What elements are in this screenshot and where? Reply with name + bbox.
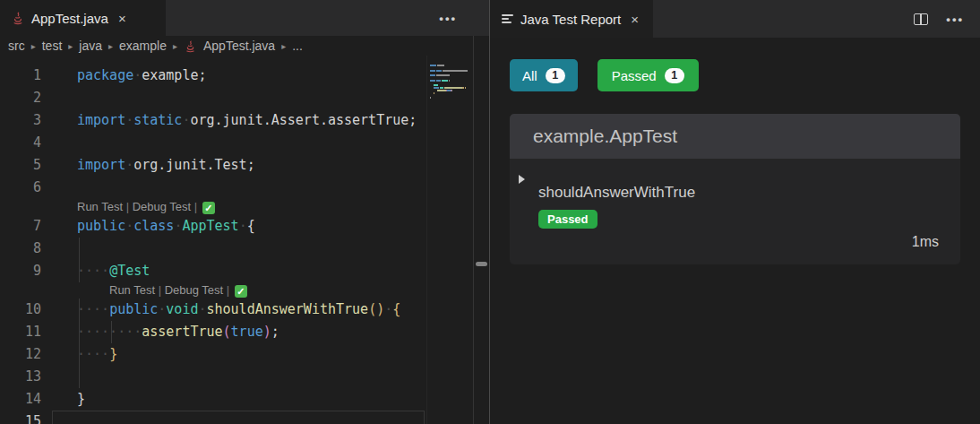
code-line[interactable]: 15 bbox=[0, 411, 426, 424]
editor-scrollbar[interactable] bbox=[473, 36, 489, 424]
codelens-separator: | bbox=[155, 283, 165, 297]
code-editor[interactable]: 1package·example;23import·static·org.jun… bbox=[0, 56, 426, 424]
tab-close-icon[interactable]: × bbox=[118, 12, 126, 25]
breadcrumb-test[interactable]: test bbox=[42, 39, 63, 53]
chevron-right-icon: ▸ bbox=[68, 41, 73, 51]
suite-name: example.AppTest bbox=[533, 125, 677, 147]
java-file-icon bbox=[184, 40, 197, 54]
panel-tab-bar: Java Test Report × ••• bbox=[490, 0, 980, 38]
current-line-highlight bbox=[52, 411, 425, 424]
java-test-report-panel: Java Test Report × ••• All 1 Passed 1 bbox=[489, 0, 980, 424]
expand-triangle-icon[interactable] bbox=[519, 175, 525, 184]
test-case-name: shouldAnswerWithTrue bbox=[538, 184, 960, 202]
codelens-separator: | bbox=[191, 200, 201, 213]
line-number: 9 bbox=[0, 260, 41, 282]
tab-close-icon[interactable]: × bbox=[631, 13, 639, 26]
code-line[interactable]: 13 bbox=[0, 366, 426, 388]
test-passed-check-icon[interactable]: ✓ bbox=[235, 285, 247, 298]
line-number: 13 bbox=[0, 366, 41, 388]
codelens-separator: | bbox=[123, 200, 133, 213]
test-report-body: All 1 Passed 1 example.AppTest shouldAns… bbox=[490, 38, 980, 424]
split-editor-icon[interactable] bbox=[914, 13, 928, 25]
java-file-icon bbox=[11, 12, 25, 26]
report-list-icon bbox=[502, 14, 514, 23]
line-number: 6 bbox=[0, 177, 41, 199]
editor-group: AppTest.java × ••• src ▸ test ▸ java ▸ e… bbox=[0, 0, 489, 424]
code-line[interactable]: 14} bbox=[0, 388, 426, 411]
test-passed-check-icon[interactable]: ✓ bbox=[202, 202, 215, 214]
line-number: 14 bbox=[0, 388, 41, 411]
minimap[interactable] bbox=[426, 56, 473, 424]
passed-count-badge: 1 bbox=[665, 68, 684, 83]
breadcrumb-src[interactable]: src bbox=[8, 39, 25, 53]
chevron-right-icon: ▸ bbox=[173, 41, 177, 51]
code-line[interactable]: 9····@Test bbox=[0, 260, 426, 282]
line-number: 3 bbox=[0, 109, 41, 132]
indent-guide bbox=[79, 343, 80, 366]
run-test-link[interactable]: Run Test bbox=[109, 283, 155, 297]
filter-passed-button[interactable]: Passed 1 bbox=[597, 59, 699, 91]
chevron-right-icon: ▸ bbox=[31, 41, 36, 51]
filter-passed-label: Passed bbox=[612, 68, 657, 83]
chevron-right-icon: ▸ bbox=[108, 41, 113, 51]
tab-java-test-report[interactable]: Java Test Report × bbox=[490, 0, 653, 38]
indent-guide bbox=[79, 299, 80, 321]
code-line[interactable]: 7public·class·AppTest·{ bbox=[0, 215, 426, 238]
code-line[interactable]: 8 bbox=[0, 238, 426, 260]
code-line[interactable]: 6 bbox=[0, 177, 426, 199]
more-actions-icon[interactable]: ••• bbox=[946, 13, 964, 26]
indent-guide bbox=[79, 238, 80, 260]
code-line[interactable]: 12····} bbox=[0, 343, 426, 366]
more-actions-icon[interactable]: ••• bbox=[439, 12, 457, 25]
line-number: 15 bbox=[0, 411, 41, 424]
breadcrumb-collapsed[interactable]: ... bbox=[292, 39, 303, 53]
debug-test-link[interactable]: Debug Test bbox=[165, 283, 224, 297]
filter-all-label: All bbox=[522, 68, 537, 83]
filter-all-button[interactable]: All 1 bbox=[510, 59, 578, 91]
line-number: 12 bbox=[0, 343, 41, 366]
code-line[interactable]: 10····public·void·shouldAnswerWithTrue()… bbox=[0, 299, 426, 321]
run-test-link[interactable]: Run Test bbox=[77, 200, 123, 213]
all-count-badge: 1 bbox=[546, 68, 565, 83]
chevron-right-icon: ▸ bbox=[281, 41, 286, 51]
code-line[interactable]: 11········assertTrue(true); bbox=[0, 321, 426, 343]
sash-drag-handle[interactable] bbox=[476, 262, 487, 266]
indent-guide bbox=[79, 321, 80, 343]
editor-tab-bar: AppTest.java × ••• bbox=[0, 0, 489, 36]
tab-title: AppTest.java bbox=[31, 11, 108, 26]
suite-header: example.AppTest bbox=[510, 114, 960, 159]
status-badge: Passed bbox=[538, 210, 597, 229]
code-line[interactable]: 3import·static·org.junit.Assert.assertTr… bbox=[0, 109, 426, 132]
line-number: 10 bbox=[0, 299, 41, 321]
breadcrumb: src ▸ test ▸ java ▸ example ▸ AppTest.ja… bbox=[0, 36, 489, 56]
code-line[interactable]: 2 bbox=[0, 87, 426, 109]
vscode-window: AppTest.java × ••• src ▸ test ▸ java ▸ e… bbox=[0, 0, 980, 424]
result-filters: All 1 Passed 1 bbox=[510, 59, 960, 91]
tab-title: Java Test Report bbox=[520, 12, 621, 27]
code-line[interactable]: 5import·org.junit.Test; bbox=[0, 154, 426, 177]
debug-test-link[interactable]: Debug Test bbox=[133, 200, 192, 213]
line-number: 8 bbox=[0, 238, 41, 260]
line-number: 11 bbox=[0, 321, 41, 343]
line-number: 2 bbox=[0, 87, 41, 109]
tab-apptest-java[interactable]: AppTest.java × bbox=[0, 0, 166, 36]
breadcrumb-java[interactable]: java bbox=[79, 39, 102, 53]
test-suite-card: example.AppTest shouldAnswerWithTrue Pas… bbox=[510, 114, 960, 264]
breadcrumb-apptest-java[interactable]: AppTest.java bbox=[203, 39, 275, 53]
codelens-row: Run Test | Debug Test | ✓ bbox=[0, 282, 426, 299]
indent-guide bbox=[79, 366, 80, 388]
line-number: 4 bbox=[0, 132, 41, 154]
code-line[interactable]: 1package·example; bbox=[0, 65, 426, 87]
breadcrumb-example[interactable]: example bbox=[119, 39, 167, 53]
indent-guide bbox=[111, 321, 112, 343]
indent-guide bbox=[79, 260, 80, 282]
codelens-row: Run Test | Debug Test | ✓ bbox=[0, 199, 426, 215]
line-number: 7 bbox=[0, 215, 41, 238]
codelens-separator: | bbox=[223, 283, 233, 297]
test-duration: 1ms bbox=[510, 229, 960, 264]
line-number: 5 bbox=[0, 154, 41, 177]
line-number: 1 bbox=[0, 65, 41, 87]
code-line[interactable]: 4 bbox=[0, 132, 426, 154]
